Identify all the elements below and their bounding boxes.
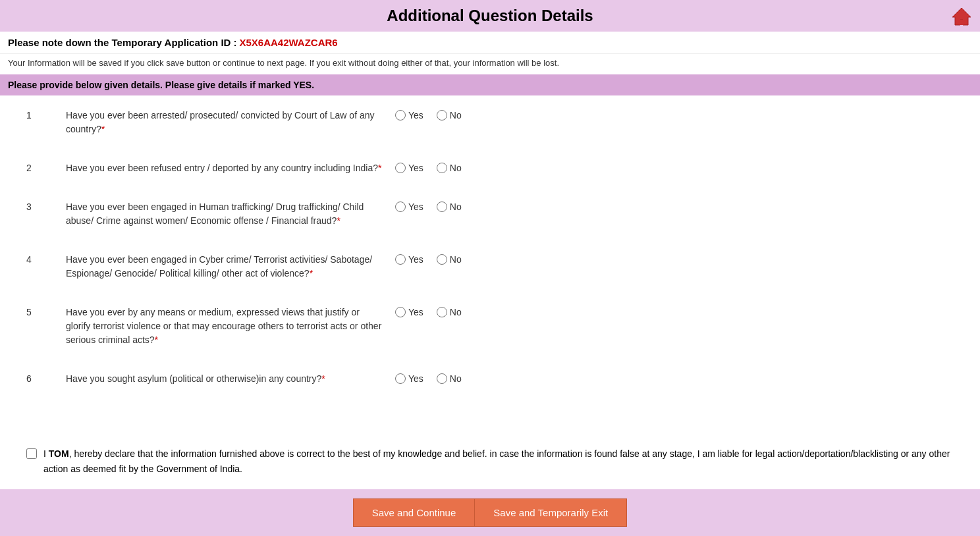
radio-no-label-4: No <box>450 254 462 265</box>
radio-yes-5[interactable]: Yes <box>395 307 423 317</box>
radio-yes-1[interactable]: Yes <box>395 110 423 121</box>
q-number-5: 5 <box>26 306 66 317</box>
declaration-text: I TOM, hereby declare that the informati… <box>43 446 954 476</box>
declaration-text-after: , hereby declare that the information fu… <box>43 448 950 473</box>
required-mark-6: * <box>321 373 325 384</box>
q-options-5: Yes No <box>395 306 501 317</box>
q-number-1: 1 <box>26 109 66 121</box>
radio-yes-2[interactable]: Yes <box>395 163 423 173</box>
q-text-3: Have you ever been engaged in Human traf… <box>66 200 382 228</box>
radio-input-no-6[interactable] <box>437 373 447 384</box>
q-text-2: Have you ever been refused entry / depor… <box>66 161 382 175</box>
radio-no-3[interactable]: No <box>437 201 462 212</box>
radio-yes-label-1: Yes <box>408 110 423 121</box>
temp-id-bar: Please note down the Temporary Applicati… <box>0 32 980 54</box>
radio-input-yes-3[interactable] <box>395 201 406 212</box>
radio-input-no-3[interactable] <box>437 201 447 212</box>
radio-no-1[interactable]: No <box>437 110 462 121</box>
q-options-6: Yes No <box>395 372 501 384</box>
svg-rect-1 <box>960 20 964 25</box>
q-number-6: 6 <box>26 372 66 384</box>
q-options-1: Yes No <box>395 109 501 121</box>
question-row: 1 Have you ever been arrested/ prosecute… <box>26 102 954 136</box>
temp-id-label: Please note down the Temporary Applicati… <box>8 37 237 48</box>
q-text-1: Have you ever been arrested/ prosecuted/… <box>66 109 382 136</box>
radio-no-2[interactable]: No <box>437 163 462 173</box>
required-mark-4: * <box>310 268 313 279</box>
footer-bar: Save and Continue Save and Temporarily E… <box>0 489 980 536</box>
radio-input-no-5[interactable] <box>437 307 447 317</box>
q-number-2: 2 <box>26 161 66 173</box>
declaration-text-before: I <box>43 448 49 459</box>
radio-input-yes-1[interactable] <box>395 110 406 121</box>
q-number-4: 4 <box>26 253 66 265</box>
declaration-name: TOM <box>49 448 69 459</box>
radio-input-yes-6[interactable] <box>395 373 406 384</box>
required-mark-2: * <box>378 163 381 173</box>
declaration-area: I TOM, hereby declare that the informati… <box>0 440 980 489</box>
radio-input-yes-4[interactable] <box>395 254 406 265</box>
radio-yes-3[interactable]: Yes <box>395 201 423 212</box>
radio-input-no-2[interactable] <box>437 163 447 173</box>
question-row: 3 Have you ever been engaged in Human tr… <box>26 194 954 228</box>
radio-yes-label-3: Yes <box>408 201 423 212</box>
radio-no-6[interactable]: No <box>437 373 462 384</box>
page-wrapper: Additional Question Details Please note … <box>0 0 980 536</box>
radio-no-label-1: No <box>450 110 462 121</box>
save-exit-button[interactable]: Save and Temporarily Exit <box>475 498 627 527</box>
home-icon[interactable] <box>951 5 972 26</box>
radio-input-no-1[interactable] <box>437 110 447 121</box>
radio-input-yes-5[interactable] <box>395 307 406 317</box>
question-row: 6 Have you sought asylum (political or o… <box>26 365 954 386</box>
question-row: 4 Have you ever been engaged in Cyber cr… <box>26 246 954 281</box>
radio-no-label-5: No <box>450 307 462 317</box>
q-text-6: Have you sought asylum (political or oth… <box>66 372 382 386</box>
section-header: Please provide below given details. Plea… <box>0 74 980 95</box>
questions-area: 1 Have you ever been arrested/ prosecute… <box>0 95 980 440</box>
question-row: 2 Have you ever been refused entry / dep… <box>26 155 954 175</box>
q-options-4: Yes No <box>395 253 501 265</box>
radio-no-label-2: No <box>450 163 462 173</box>
q-text-4: Have you ever been engaged in Cyber crim… <box>66 253 382 281</box>
save-continue-button[interactable]: Save and Continue <box>353 498 476 527</box>
required-mark-5: * <box>155 335 158 345</box>
radio-input-yes-2[interactable] <box>395 163 406 173</box>
declaration-row: I TOM, hereby declare that the informati… <box>26 446 954 476</box>
radio-yes-6[interactable]: Yes <box>395 373 423 384</box>
question-row: 5 Have you ever by any means or medium, … <box>26 299 954 347</box>
radio-yes-label-5: Yes <box>408 307 423 317</box>
header-bar: Additional Question Details <box>0 0 980 32</box>
declaration-checkbox[interactable] <box>26 448 37 459</box>
radio-yes-label-6: Yes <box>408 373 423 384</box>
radio-yes-4[interactable]: Yes <box>395 254 423 265</box>
required-mark-1: * <box>101 124 105 134</box>
q-text-5: Have you ever by any means or medium, ex… <box>66 306 382 347</box>
radio-no-label-6: No <box>450 373 462 384</box>
radio-input-no-4[interactable] <box>437 254 447 265</box>
q-options-2: Yes No <box>395 161 501 173</box>
required-mark-3: * <box>337 215 340 226</box>
radio-yes-label-2: Yes <box>408 163 423 173</box>
temp-id-value: X5X6AA42WAZCAR6 <box>239 37 337 48</box>
q-number-3: 3 <box>26 200 66 212</box>
radio-yes-label-4: Yes <box>408 254 423 265</box>
q-options-3: Yes No <box>395 200 501 212</box>
radio-no-4[interactable]: No <box>437 254 462 265</box>
page-title: Additional Question Details <box>387 7 593 24</box>
radio-no-label-3: No <box>450 201 462 212</box>
radio-no-5[interactable]: No <box>437 307 462 317</box>
info-text: Your Information will be saved if you cl… <box>0 54 980 74</box>
